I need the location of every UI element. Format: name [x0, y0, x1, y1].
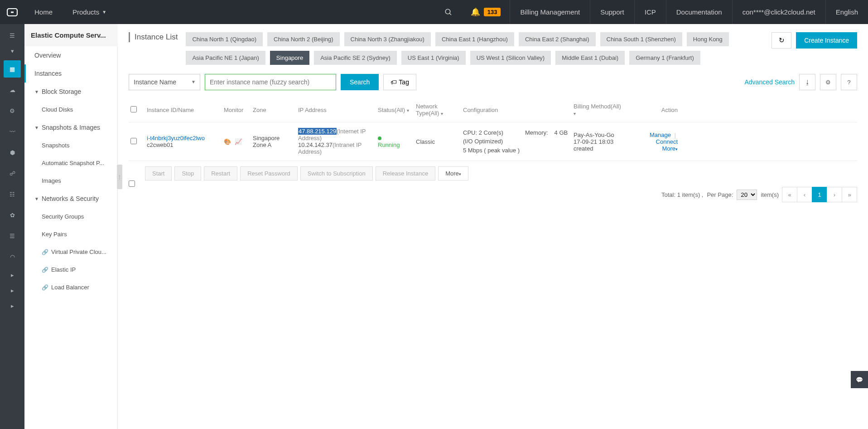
- nav-language[interactable]: English: [825, 0, 868, 24]
- instance-name: c2cweb01: [147, 141, 220, 148]
- page-1[interactable]: 1: [812, 187, 827, 202]
- search-input[interactable]: [205, 74, 336, 90]
- content-area: Instance List China North 1 (Qingdao)Chi…: [118, 24, 868, 429]
- sidebar-item-key-pairs[interactable]: Key Pairs: [24, 225, 117, 243]
- feedback-button[interactable]: 💬: [851, 371, 868, 388]
- col-status[interactable]: Status(All) ▾: [376, 106, 414, 114]
- rail-chevron-down-icon[interactable]: ▾: [4, 45, 21, 57]
- instance-id-link[interactable]: i-t4nbrkj3yuz0ifec2lwo: [147, 135, 220, 141]
- bulk-more-button[interactable]: More▾: [438, 166, 468, 180]
- nav-home[interactable]: Home: [24, 0, 63, 24]
- page-prev[interactable]: ‹: [797, 187, 812, 202]
- tag-button-label: Tag: [399, 78, 409, 86]
- select-all-footer-checkbox[interactable]: [129, 180, 135, 187]
- connect-link[interactable]: Connect: [656, 138, 678, 145]
- monitor-pie-icon[interactable]: 🎨: [224, 138, 231, 145]
- chevron-down-icon: ▾: [441, 111, 443, 116]
- bulk-reset-password-button[interactable]: Reset Password: [240, 166, 298, 180]
- sidebar-item-security-groups[interactable]: Security Groups: [24, 208, 117, 225]
- monitor-chart-icon[interactable]: 📈: [235, 138, 242, 145]
- rail-link-icon[interactable]: ☍: [4, 165, 21, 182]
- region-us-east-1-virginia-[interactable]: US East 1 (Virginia): [401, 51, 466, 65]
- nav-docs[interactable]: Documentation: [666, 0, 732, 24]
- sidebar-item-auto-snapshot[interactable]: Automatic Snapshot P...: [24, 154, 117, 172]
- col-status-label: Status(All): [378, 107, 405, 113]
- rail-arc-icon[interactable]: ◠: [4, 248, 21, 265]
- page-last[interactable]: »: [842, 187, 857, 202]
- sidebar-item-overview[interactable]: Overview: [24, 46, 117, 64]
- sidebar-item-networks-security[interactable]: ▼ Networks & Security: [24, 190, 117, 208]
- region-us-west-1-silicon-valley-[interactable]: US West 1 (Silicon Valley): [470, 51, 551, 65]
- region-germany-1-frankfurt-[interactable]: Germany 1 (Frankfurt): [629, 51, 700, 65]
- refresh-button[interactable]: ↻: [772, 32, 791, 49]
- select-all-checkbox[interactable]: [130, 106, 137, 112]
- rail-menu-icon[interactable]: ☰: [4, 29, 21, 41]
- col-network[interactable]: Network Type(All) ▾: [414, 102, 461, 117]
- row-checkbox[interactable]: [130, 138, 137, 144]
- search-button[interactable]: Search: [341, 74, 379, 90]
- status-label: Running: [378, 141, 400, 148]
- rail-ecs-icon[interactable]: ▦: [4, 60, 21, 78]
- sidebar-item-vpc[interactable]: 🔗 Virtual Private Clou...: [24, 243, 117, 261]
- bulk-start-button[interactable]: Start: [145, 166, 172, 180]
- region-middle-east-1-dubai-[interactable]: Middle East 1 (Dubai): [555, 51, 625, 65]
- region-china-south-1-shenzhen-[interactable]: China South 1 (Shenzhen): [600, 32, 682, 46]
- region-china-north-2-beijing-[interactable]: China North 2 (Beijing): [267, 32, 340, 46]
- manage-link[interactable]: Manage: [650, 132, 671, 138]
- region-asia-pacific-ne-1-japan-[interactable]: Asia Pacific NE 1 (Japan): [186, 51, 265, 65]
- sidebar-item-block-storage[interactable]: ▼ Block Storage: [24, 83, 117, 101]
- rail-db-icon[interactable]: ☷: [4, 185, 21, 203]
- tag-button[interactable]: 🏷 Tag: [383, 74, 416, 90]
- nav-icp[interactable]: ICP: [634, 0, 666, 24]
- page-next[interactable]: ›: [827, 187, 842, 202]
- rail-expand-3-icon[interactable]: ▸: [4, 300, 21, 312]
- rail-network-icon[interactable]: ⚙: [4, 102, 21, 119]
- bulk-stop-button[interactable]: Stop: [174, 166, 201, 180]
- region-china-north-3-zhangjiakou-[interactable]: China North 3 (Zhangjiakou): [344, 32, 431, 46]
- rail-expand-2-icon[interactable]: ▸: [4, 284, 21, 296]
- bulk-release-button[interactable]: Release Instance: [376, 166, 435, 180]
- sidebar-item-label: Elastic IP: [51, 266, 76, 273]
- rail-monitor-icon[interactable]: 〰: [4, 123, 21, 140]
- sidebar-item-images[interactable]: Images: [24, 172, 117, 190]
- rail-expand-1-icon[interactable]: ▸: [4, 269, 21, 281]
- sidebar-item-instances[interactable]: Instances: [24, 64, 117, 83]
- sidebar-item-snapshots-images[interactable]: ▼ Snapshots & Images: [24, 118, 117, 136]
- nav-billing[interactable]: Billing Management: [510, 0, 590, 24]
- region-china-east-2-shanghai-[interactable]: China East 2 (Shanghai): [519, 32, 596, 46]
- rail-hex-icon[interactable]: ⬢: [4, 144, 21, 161]
- region-china-north-1-qingdao-[interactable]: China North 1 (Qingdao): [186, 32, 263, 46]
- help-button[interactable]: ?: [841, 74, 857, 90]
- nav-support[interactable]: Support: [590, 0, 634, 24]
- region-singapore[interactable]: Singapore: [270, 51, 309, 65]
- region-china-east-1-hangzhou-[interactable]: China East 1 (Hangzhou): [435, 32, 514, 46]
- sidebar-item-cloud-disks[interactable]: Cloud Disks: [24, 101, 117, 118]
- bulk-switch-subscription-button[interactable]: Switch to Subscription: [300, 166, 373, 180]
- page-first[interactable]: «: [782, 187, 797, 202]
- nav-products[interactable]: Products ▼: [63, 0, 116, 24]
- settings-button[interactable]: ⚙: [820, 74, 836, 90]
- sidebar-item-load-balancer[interactable]: 🔗 Load Balancer: [24, 278, 117, 296]
- nav-user[interactable]: con****@click2cloud.net: [732, 0, 825, 24]
- col-billing[interactable]: Billing Method(All) ▾: [572, 102, 625, 117]
- search-by-select[interactable]: Instance Name: [129, 74, 200, 90]
- export-button[interactable]: ⭳: [799, 74, 815, 90]
- sidebar-collapse-handle[interactable]: ⋮: [117, 165, 122, 189]
- more-link[interactable]: More▾: [662, 145, 678, 152]
- sidebar-item-snapshots[interactable]: Snapshots: [24, 136, 117, 154]
- create-instance-button[interactable]: Create Instance: [796, 32, 857, 49]
- nav-notifications[interactable]: 🔔 133: [462, 0, 510, 24]
- nav-search-button[interactable]: [435, 0, 462, 24]
- region-asia-pacific-se-2-sydney-[interactable]: Asia Pacific SE 2 (Sydney): [314, 51, 397, 65]
- rail-gear-icon[interactable]: ✿: [4, 206, 21, 224]
- rail-stack-icon[interactable]: ☰: [4, 227, 21, 244]
- region-hong-kong[interactable]: Hong Kong: [687, 32, 729, 46]
- config-cell: CPU: 2 Core(s) (I/O Optimized) 5 Mbps ( …: [461, 127, 572, 156]
- brand-logo[interactable]: [0, 0, 24, 24]
- rail-cloud-icon[interactable]: ☁: [4, 81, 21, 98]
- tag-icon: 🏷: [391, 78, 397, 86]
- sidebar-item-eip[interactable]: 🔗 Elastic IP: [24, 261, 117, 278]
- bulk-restart-button[interactable]: Restart: [204, 166, 237, 180]
- advanced-search-link[interactable]: Advanced Search: [744, 78, 795, 86]
- per-page-select[interactable]: 20: [737, 190, 757, 200]
